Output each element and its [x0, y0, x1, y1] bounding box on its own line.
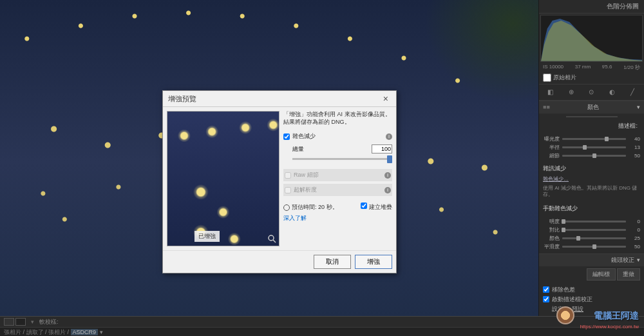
svg-point-0 [269, 235, 274, 241]
chevron-down-icon: ▾ [637, 257, 640, 263]
loupe-view-icon[interactable] [4, 318, 14, 326]
chevron-down-icon[interactable]: ▾ [31, 319, 34, 325]
cancel-button[interactable]: 取消 [314, 255, 351, 269]
denoise-desc: 使用 AI 減少雜色。其結果將以新 DNG 儲存。 [539, 184, 644, 200]
dialog-description: 「增強」功能會利用 AI 來改善影像品質。結果將儲存為新的 DNG。 [283, 111, 392, 126]
manual-noise-title: 手動雜色減少 [539, 203, 644, 215]
detail-thumbnail[interactable] [566, 116, 618, 117]
tool-tabs: ◧ ⊕ ⊙ ◐ ╱ [539, 84, 644, 101]
raw-detail-option: Raw 細節 i [283, 169, 392, 181]
detail-slider[interactable] [562, 155, 626, 157]
profile-title: 描述檔: [539, 120, 644, 132]
histogram[interactable] [540, 15, 643, 62]
profile-correction-checkbox[interactable] [543, 296, 549, 302]
heal-tool-icon[interactable]: ⊕ [566, 87, 576, 97]
bottom-toolbar: ▾ 軟校樣: [0, 316, 644, 327]
denoise-option[interactable]: 雜色減少 i [283, 131, 392, 142]
dialog-titlebar[interactable]: 增強預覽 × [163, 91, 396, 107]
histogram-info: IS 10000 37 mm f/5.6 1/20 秒 [539, 63, 644, 72]
watermark-text: 電腦王阿達 [594, 310, 639, 322]
denoise-checkbox[interactable] [283, 133, 290, 140]
noise-title: 雜訊減少 [539, 163, 644, 175]
exposure-slider[interactable] [562, 138, 626, 140]
slider-row: 細節 50 [543, 152, 640, 159]
contrast-slider[interactable] [562, 229, 626, 231]
right-panel: 色階分佈圖 IS 10000 37 mm f/5.6 1/20 秒 原始相片 ◧… [538, 0, 644, 322]
amount-slider[interactable] [292, 155, 392, 164]
compare-view-icon[interactable] [15, 318, 26, 326]
clock-icon [283, 204, 290, 211]
histogram-header[interactable]: 色階分佈圖 [539, 0, 644, 14]
edit-button[interactable]: 編輯標 [587, 268, 616, 281]
original-photo-row[interactable]: 原始相片 [539, 72, 644, 84]
info-icon[interactable]: i [386, 133, 392, 140]
info-icon[interactable]: i [384, 172, 391, 179]
super-res-option: 超解析度 i [283, 184, 392, 196]
brush-tool-icon[interactable]: ╱ [627, 87, 638, 97]
enhance-button[interactable]: 增強 [355, 255, 392, 269]
close-icon[interactable]: × [381, 94, 391, 104]
smooth-slider[interactable] [562, 246, 626, 248]
chevron-down-icon: ▾ [637, 104, 640, 110]
raw-detail-checkbox [285, 172, 291, 179]
slider-row: 半徑 13 [543, 144, 640, 151]
amount-label: 總量 [292, 145, 304, 153]
dialog-title-text: 增強預覽 [168, 94, 196, 104]
crop-tool-icon[interactable]: ◧ [545, 87, 556, 97]
enhance-preview[interactable]: 已增強 [167, 111, 279, 246]
svg-line-1 [273, 240, 276, 242]
breadcrumb: 張相片 / 讀取了 / 張相片 / ASDCR9 ▾ [0, 327, 644, 336]
learn-more-link[interactable]: 深入了解 [283, 214, 392, 222]
remove-ca-checkbox[interactable] [543, 286, 549, 293]
original-label: 原始相片 [553, 74, 576, 82]
luminance-slider[interactable] [562, 221, 626, 222]
breadcrumb-current[interactable]: ASDCR9 [71, 329, 99, 335]
time-estimate: 預估時間: 20 秒。 [283, 203, 338, 212]
mask-tool-icon[interactable]: ◐ [607, 87, 617, 97]
eye-tool-icon[interactable]: ⊙ [586, 87, 596, 97]
redo-button[interactable]: 重做 [617, 268, 640, 281]
original-checkbox[interactable] [543, 74, 551, 82]
denoise-link[interactable]: 雜色減少… [539, 175, 644, 184]
watermark-logo-icon [556, 306, 574, 324]
lens-panel-header[interactable]: 鏡頭校正 ▾ [539, 253, 644, 266]
basic-panel-header[interactable]: ■■ 顏色 ▾ [539, 101, 644, 114]
super-res-checkbox [285, 187, 291, 193]
noise-sliders: 明度0 對比0 顏色25 平滑度50 [539, 215, 644, 253]
soft-proof-label: 軟校樣: [39, 318, 59, 326]
preview-badge: 已增強 [194, 231, 220, 242]
info-icon[interactable]: i [384, 187, 391, 193]
zoom-icon[interactable] [267, 234, 276, 243]
sharpening-sliders: 曝光度 40 半徑 13 細節 50 [539, 132, 644, 163]
stack-checkbox[interactable] [361, 203, 367, 209]
amount-input[interactable] [372, 144, 392, 153]
watermark-url: https://www.kocpc.com.tw [580, 324, 639, 330]
slider-row: 曝光度 40 [543, 135, 640, 143]
radius-slider[interactable] [562, 146, 626, 148]
color-slider[interactable] [562, 237, 626, 239]
enhance-dialog: 增強預覽 × 已增強 「增強」功能會利用 AI 來改善影像品質。結果將儲存為新的… [162, 90, 397, 273]
